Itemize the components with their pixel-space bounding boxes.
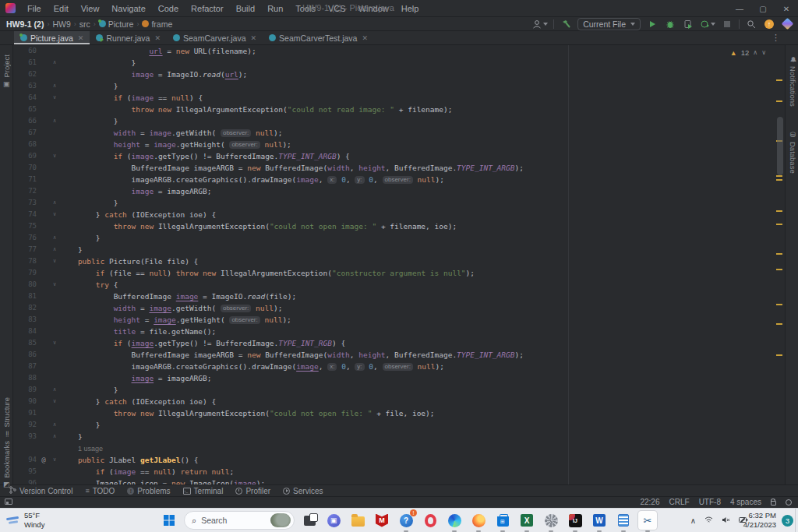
close-tab-icon[interactable]: ✕ xyxy=(154,34,161,42)
menu-run[interactable]: Run xyxy=(262,2,288,15)
mcafee-icon[interactable]: M xyxy=(373,511,391,530)
help-app-icon[interactable]: ?! xyxy=(397,511,415,530)
ai-assistant-icon[interactable] xyxy=(781,18,793,30)
volume-muted-icon[interactable] xyxy=(722,516,730,525)
wifi-icon[interactable] xyxy=(704,516,713,525)
file-explorer-icon[interactable] xyxy=(348,511,367,530)
sidebar-item-notifications[interactable]: 🔔︎ Notifications xyxy=(789,56,797,107)
warning-stripe-mark[interactable] xyxy=(776,179,782,181)
edge-icon[interactable] xyxy=(445,511,464,530)
warning-stripe-mark[interactable] xyxy=(776,269,782,270)
line-number[interactable]: 80 xyxy=(13,279,38,291)
menu-view[interactable]: View xyxy=(76,2,105,15)
warning-stripe-mark[interactable] xyxy=(776,304,782,305)
warning-stripe-mark[interactable] xyxy=(776,253,782,255)
breadcrumb-item[interactable]: Picture xyxy=(99,19,134,29)
fold-marker-icon[interactable]: ∨ xyxy=(49,337,60,349)
tool-window-version-control[interactable]: Version Control xyxy=(9,486,72,495)
line-number[interactable]: 89 xyxy=(13,384,38,396)
notebook-icon[interactable] xyxy=(614,511,633,530)
menu-navigate[interactable]: Navigate xyxy=(106,2,150,15)
settings-sync-icon[interactable] xyxy=(786,499,792,506)
line-number[interactable]: 76 xyxy=(13,232,38,244)
line-number[interactable]: 68 xyxy=(13,139,38,150)
tool-window-profiler[interactable]: Profiler xyxy=(235,487,270,495)
line-number[interactable]: 64 xyxy=(13,92,38,104)
run-coverage-button[interactable] xyxy=(682,18,694,30)
fold-marker-icon[interactable]: ∧ xyxy=(49,244,60,255)
update-available-icon[interactable]: ↑ xyxy=(763,18,775,30)
line-number[interactable]: 60 xyxy=(13,45,38,57)
inspections-widget[interactable]: ▲ 12 ∧ ∨ xyxy=(730,48,766,57)
tool-window-problems[interactable]: !Problems xyxy=(127,487,170,495)
fold-marker-icon[interactable]: ∨ xyxy=(49,209,60,220)
close-tab-icon[interactable]: ✕ xyxy=(251,34,257,42)
menu-code[interactable]: Code xyxy=(153,2,184,15)
search-highlight-image[interactable] xyxy=(270,513,291,527)
notification-count-badge[interactable]: 3 xyxy=(782,515,793,527)
line-number[interactable]: 92 xyxy=(13,419,38,431)
error-stripe[interactable] xyxy=(775,45,785,484)
line-number[interactable]: 93 xyxy=(13,431,38,442)
line-number[interactable]: 86 xyxy=(13,349,38,361)
sidebar-item-structure[interactable]: ≔ Structure xyxy=(2,397,11,438)
layout-icon[interactable] xyxy=(5,499,12,505)
cursor-position[interactable]: 22:26 xyxy=(640,498,659,506)
snipping-tool-icon[interactable]: ✂ xyxy=(638,511,657,530)
chat-icon[interactable]: ▣ xyxy=(324,511,343,530)
fold-marker-icon[interactable]: ∨ xyxy=(49,454,60,466)
fold-marker-icon[interactable]: ∨ xyxy=(49,279,60,291)
search-everywhere-icon[interactable] xyxy=(745,18,757,30)
firefox-icon[interactable] xyxy=(469,511,488,530)
fold-marker-icon[interactable]: ∧ xyxy=(49,197,60,209)
line-number[interactable]: 72 xyxy=(13,185,38,197)
show-desktop-button[interactable] xyxy=(795,509,798,532)
tab-options-icon[interactable]: ⋮ xyxy=(772,33,781,43)
sidebar-item-bookmarks[interactable]: ◪ Bookmarks xyxy=(2,441,11,489)
menu-edit[interactable]: Edit xyxy=(48,2,74,15)
line-number[interactable]: 66 xyxy=(13,115,38,127)
line-number[interactable]: 88 xyxy=(13,372,38,384)
line-number[interactable]: 73 xyxy=(13,197,38,209)
line-number[interactable]: 85 xyxy=(13,337,38,349)
microsoft-store-icon[interactable]: ⊞ xyxy=(493,511,512,530)
fold-marker-icon[interactable]: ∧ xyxy=(49,384,60,396)
line-number[interactable]: 78 xyxy=(13,255,38,267)
tab-runner-java[interactable]: Runner.java✕ xyxy=(90,31,167,44)
warning-stripe-mark[interactable] xyxy=(776,210,782,212)
warning-stripe-mark[interactable] xyxy=(776,79,782,81)
prev-warning-icon[interactable]: ∧ xyxy=(753,49,757,56)
line-number[interactable]: 74 xyxy=(13,209,38,220)
line-number[interactable]: 90 xyxy=(13,396,38,407)
line-ending[interactable]: CRLF xyxy=(669,498,690,506)
menu-refactor[interactable]: Refactor xyxy=(185,2,229,15)
breadcrumb-item[interactable]: HW9 xyxy=(52,19,70,29)
breadcrumb-item[interactable]: HW9-1 (2) xyxy=(6,19,44,29)
scrollbar-thumb[interactable] xyxy=(777,117,783,175)
file-encoding[interactable]: UTF-8 xyxy=(699,498,721,506)
tab-picture-java[interactable]: Picture.java✕ xyxy=(14,31,90,44)
build-hammer-icon[interactable] xyxy=(560,18,572,30)
line-number[interactable]: 96 xyxy=(13,477,38,484)
debug-button[interactable] xyxy=(664,18,676,30)
line-number[interactable] xyxy=(13,442,38,454)
tab-seamcarver-java[interactable]: SeamCarver.java✕ xyxy=(167,31,263,44)
warning-stripe-mark[interactable] xyxy=(776,354,782,356)
fold-marker-icon[interactable]: ∧ xyxy=(49,419,60,431)
tab-seamcarvertest-java[interactable]: SeamCarverTest.java✕ xyxy=(263,31,374,44)
fold-marker-icon[interactable]: ∧ xyxy=(49,57,60,69)
word-icon[interactable]: W xyxy=(590,511,609,530)
fold-marker-icon[interactable]: ∨ xyxy=(49,255,60,267)
fold-marker-icon[interactable]: ∧ xyxy=(49,232,60,244)
code-editor[interactable]: 60 url = new URL(filename);61∧ }62 image… xyxy=(13,45,785,484)
tool-window-services[interactable]: Services xyxy=(283,487,323,495)
line-number[interactable]: 61 xyxy=(13,57,38,69)
fold-marker-icon[interactable]: ∧ xyxy=(49,431,60,442)
line-number[interactable]: 71 xyxy=(13,174,38,185)
fold-marker-icon[interactable]: ∧ xyxy=(49,115,60,127)
maximize-button[interactable]: ▢ xyxy=(751,0,775,17)
menu-help[interactable]: Help xyxy=(396,2,425,15)
line-number[interactable]: 62 xyxy=(13,69,38,80)
line-number[interactable]: 79 xyxy=(13,267,38,279)
excel-icon[interactable]: X xyxy=(517,511,536,530)
